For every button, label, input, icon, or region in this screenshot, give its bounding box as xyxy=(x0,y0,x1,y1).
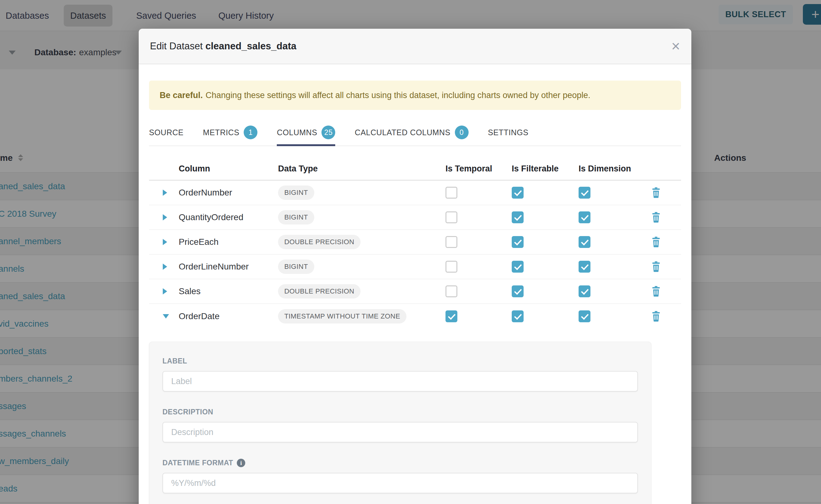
label-input[interactable] xyxy=(162,371,638,392)
header-column: Column xyxy=(179,164,278,174)
is-dimension-checkbox[interactable] xyxy=(579,310,591,322)
is-filterable-checkbox[interactable] xyxy=(512,310,524,322)
description-field-label: DESCRIPTION xyxy=(162,408,638,416)
warning-banner: Be careful. Changing these settings will… xyxy=(149,81,681,110)
data-type-pill: BIGINT xyxy=(278,210,314,225)
is-temporal-checkbox[interactable] xyxy=(446,261,458,273)
is-temporal-checkbox[interactable] xyxy=(446,310,458,322)
is-dimension-checkbox[interactable] xyxy=(579,261,591,273)
column-name: Sales xyxy=(179,286,278,296)
trash-icon[interactable] xyxy=(651,237,661,247)
warning-banner-text: Changing these settings will affect all … xyxy=(205,91,591,100)
metrics-count-badge: 1 xyxy=(244,126,257,139)
calculated-columns-count-badge: 0 xyxy=(455,126,469,139)
tab-columns[interactable]: COLUMNS25 xyxy=(277,126,335,146)
data-type-pill: DOUBLE PRECISION xyxy=(278,284,360,299)
modal-header: Edit Dataset cleaned_sales_data × xyxy=(139,29,691,64)
expand-caret-icon[interactable] xyxy=(163,239,167,245)
header-is-filterable: Is Filterable xyxy=(512,164,579,174)
column-name: OrderDate xyxy=(179,311,278,321)
header-is-temporal: Is Temporal xyxy=(446,164,512,174)
trash-icon[interactable] xyxy=(651,286,661,297)
is-dimension-checkbox[interactable] xyxy=(579,236,591,248)
description-field-group: DESCRIPTION xyxy=(162,408,638,442)
tab-source[interactable]: SOURCE xyxy=(149,126,184,146)
datetime-format-input[interactable] xyxy=(162,473,638,493)
column-name: OrderLineNumber xyxy=(179,262,278,272)
expand-caret-icon[interactable] xyxy=(163,264,167,270)
modal-title-prefix: Edit Dataset xyxy=(150,41,203,52)
modal-title: Edit Dataset cleaned_sales_data xyxy=(150,41,296,52)
data-type-pill: TIMESTAMP WITHOUT TIME ZONE xyxy=(278,309,406,324)
datetime-format-field-group: DATETIME FORMAT i xyxy=(162,459,638,493)
description-input[interactable] xyxy=(162,422,638,442)
header-data-type: Data Type xyxy=(278,164,446,174)
is-dimension-checkbox[interactable] xyxy=(579,211,591,223)
column-row: QuantityOrdered BIGINT xyxy=(149,205,681,230)
is-filterable-checkbox[interactable] xyxy=(512,211,524,223)
column-name: PriceEach xyxy=(179,237,278,247)
trash-icon[interactable] xyxy=(651,311,661,322)
info-icon[interactable]: i xyxy=(237,459,245,467)
is-dimension-checkbox[interactable] xyxy=(579,187,591,199)
is-filterable-checkbox[interactable] xyxy=(512,285,524,297)
is-filterable-checkbox[interactable] xyxy=(512,261,524,273)
tab-calculated-columns[interactable]: CALCULATED COLUMNS0 xyxy=(354,126,468,146)
column-row: Sales DOUBLE PRECISION xyxy=(149,279,681,304)
header-is-dimension: Is Dimension xyxy=(579,164,651,174)
data-type-pill: BIGINT xyxy=(278,185,314,200)
column-row: OrderDate TIMESTAMP WITHOUT TIME ZONE xyxy=(149,304,681,329)
column-name: OrderNumber xyxy=(179,188,278,198)
trash-icon[interactable] xyxy=(651,261,661,272)
label-field-label: LABEL xyxy=(162,357,638,365)
column-row: PriceEach DOUBLE PRECISION xyxy=(149,230,681,254)
data-type-pill: DOUBLE PRECISION xyxy=(278,235,360,249)
screen: Databases Datasets Saved Queries Query H… xyxy=(0,0,821,504)
modal-body: Be careful. Changing these settings will… xyxy=(139,81,691,504)
is-filterable-checkbox[interactable] xyxy=(512,236,524,248)
close-icon[interactable]: × xyxy=(671,39,680,54)
collapse-caret-icon[interactable] xyxy=(163,314,169,319)
data-type-pill: BIGINT xyxy=(278,259,314,274)
is-temporal-checkbox[interactable] xyxy=(446,236,458,248)
modal-title-dataset-name: cleaned_sales_data xyxy=(205,41,296,52)
expand-caret-icon[interactable] xyxy=(163,214,167,220)
is-temporal-checkbox[interactable] xyxy=(446,211,458,223)
columns-table-header: Column Data Type Is Temporal Is Filterab… xyxy=(149,146,681,180)
expand-caret-icon[interactable] xyxy=(163,190,167,196)
column-row: OrderNumber BIGINT xyxy=(149,180,681,205)
is-temporal-checkbox[interactable] xyxy=(446,285,458,297)
trash-icon[interactable] xyxy=(651,212,661,223)
tab-metrics[interactable]: METRICS1 xyxy=(203,126,258,146)
is-filterable-checkbox[interactable] xyxy=(512,187,524,199)
tab-settings[interactable]: SETTINGS xyxy=(488,126,529,146)
column-row: OrderLineNumber BIGINT xyxy=(149,254,681,279)
column-name: QuantityOrdered xyxy=(179,212,278,222)
columns-count-badge: 25 xyxy=(321,126,335,139)
edit-dataset-modal: Edit Dataset cleaned_sales_data × Be car… xyxy=(139,29,691,504)
datetime-format-field-label: DATETIME FORMAT i xyxy=(162,459,638,467)
trash-icon[interactable] xyxy=(651,187,661,198)
expand-caret-icon[interactable] xyxy=(163,288,167,294)
column-detail-panel: LABEL DESCRIPTION DATETIME FORMAT i xyxy=(149,342,651,504)
is-dimension-checkbox[interactable] xyxy=(579,285,591,297)
warning-banner-bold: Be careful. xyxy=(160,91,203,100)
modal-tabs: SOURCE METRICS1 COLUMNS25 CALCULATED COL… xyxy=(149,126,681,146)
is-temporal-checkbox[interactable] xyxy=(446,187,458,199)
label-field-group: LABEL xyxy=(162,357,638,392)
